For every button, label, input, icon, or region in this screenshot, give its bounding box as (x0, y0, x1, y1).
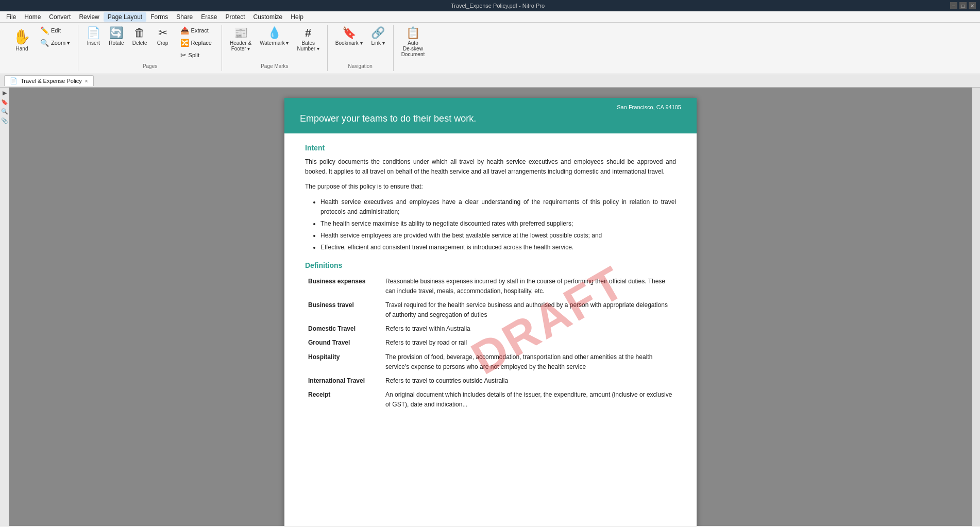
right-scrollbar-panel[interactable] (972, 88, 980, 526)
rotate-icon: 🔄 (109, 27, 123, 39)
page-marks-group-label: Page Marks (261, 61, 288, 69)
split-button[interactable]: ✂ Split (177, 49, 215, 61)
menu-protect[interactable]: Protect (222, 12, 249, 22)
menu-review[interactable]: Review (75, 12, 103, 22)
maximize-button[interactable]: □ (959, 2, 967, 9)
hand-button[interactable]: ✋ Hand (8, 25, 36, 55)
replace-icon: 🔀 (180, 39, 189, 47)
delete-button[interactable]: 🗑 Delete (129, 25, 151, 48)
link-icon: 🔗 (371, 27, 385, 39)
sidebar-icon-3[interactable]: 🔍 (1, 108, 8, 115)
def-def-0: Reasonable business expenses incurred by… (382, 275, 676, 298)
menu-convert[interactable]: Convert (45, 12, 75, 22)
zoom-button[interactable]: 🔍 Zoom ▾ (37, 37, 74, 48)
definitions-title: Definitions (305, 261, 676, 269)
watermark-button[interactable]: 💧 Watermark ▾ (256, 25, 292, 48)
document-area[interactable]: DRAFT San Francisco, CA 94105 Empower yo… (9, 88, 972, 526)
definition-row-3: Ground Travel Refers to travel by road o… (305, 336, 676, 350)
intent-bullets: Health service executives and employees … (305, 197, 676, 253)
auto-deskew-button[interactable]: 📋 AutoDe-skewDocument (398, 25, 429, 60)
insert-button[interactable]: 📄 Insert (82, 25, 104, 48)
crop-icon: ✂ (158, 27, 167, 39)
menu-page-layout[interactable]: Page Layout (104, 12, 146, 22)
menu-share[interactable]: Share (172, 12, 197, 22)
header-footer-button[interactable]: 📰 Header &Footer ▾ (226, 25, 255, 54)
close-button[interactable]: ✕ (969, 2, 976, 9)
definitions-section: Definitions Business expenses Reasonable… (305, 261, 676, 412)
definition-row-2: Domestic Travel Refers to travel within … (305, 322, 676, 336)
insert-icon: 📄 (87, 27, 100, 39)
bookmark-button[interactable]: 🔖 Bookmark ▾ (332, 25, 366, 48)
hand-icon: ✋ (13, 28, 31, 45)
ribbon-group-navigation: 🔖 Bookmark ▾ 🔗 Link ▾ Navigation (328, 25, 394, 71)
menu-home[interactable]: Home (20, 12, 45, 22)
definition-row-4: Hospitality The provision of food, bever… (305, 350, 676, 374)
sidebar-icon-2[interactable]: 🔖 (1, 99, 8, 106)
auto-deskew-icon: 📋 (406, 27, 420, 39)
tab-close-button[interactable]: × (85, 78, 88, 84)
replace-button[interactable]: 🔀 Replace (177, 37, 215, 48)
bates-number-button[interactable]: # BatesNumber ▾ (293, 25, 323, 54)
navigation-group-label: Navigation (348, 61, 373, 69)
header-footer-icon: 📰 (234, 27, 248, 39)
definitions-table: Business expenses Reasonable business ex… (305, 275, 676, 412)
menu-file[interactable]: File (2, 12, 20, 22)
window-controls[interactable]: − □ ✕ (950, 2, 976, 9)
definition-row-6: Receipt An original document which inclu… (305, 388, 676, 412)
sidebar-icon-1[interactable]: ▶ (1, 90, 8, 97)
ribbon-auto-doc-buttons: 📋 AutoDe-skewDocument (398, 25, 429, 67)
page-content: Intent This policy documents the conditi… (284, 133, 697, 422)
def-term-5: International Travel (305, 374, 382, 388)
tab-label: Travel & Expense Policy (21, 78, 82, 84)
edit-icon: ✏️ (40, 26, 49, 35)
link-button[interactable]: 🔗 Link ▾ (367, 25, 389, 48)
def-def-3: Refers to travel by road or rail (382, 336, 676, 350)
bullet-1: Health service executives and employees … (320, 197, 676, 217)
document-tab[interactable]: 📄 Travel & Expense Policy × (4, 75, 94, 86)
sidebar-icon-4[interactable]: 📎 (1, 117, 8, 125)
def-term-1: Business travel (305, 298, 382, 322)
rotate-button[interactable]: 🔄 Rotate (105, 25, 127, 48)
pdf-page: DRAFT San Francisco, CA 94105 Empower yo… (284, 98, 697, 526)
menu-bar: File Home Convert Review Page Layout For… (0, 11, 980, 23)
left-sidebar: ▶ 🔖 🔍 📎 (0, 88, 9, 526)
ribbon-group-pages: 📄 Insert 🔄 Rotate 🗑 Delete ✂ Crop (78, 25, 222, 71)
header-top: San Francisco, CA 94105 (300, 104, 681, 110)
menu-help[interactable]: Help (286, 12, 308, 22)
minimize-button[interactable]: − (950, 2, 957, 9)
ribbon-group-page-marks: 📰 Header &Footer ▾ 💧 Watermark ▾ # Bates… (222, 25, 328, 71)
ribbon-tools-buttons: ✋ Hand ✏️ Edit 🔍 Zoom ▾ (8, 25, 74, 69)
bookmark-icon: 🔖 (342, 27, 356, 39)
def-def-2: Refers to travel within Australia (382, 322, 676, 336)
edit-button[interactable]: ✏️ Edit (37, 25, 74, 36)
def-def-5: Refers to travel to countries outside Au… (382, 374, 676, 388)
definition-row-1: Business travel Travel required for the … (305, 298, 676, 322)
extract-icon: 📤 (180, 26, 189, 35)
definition-row-0: Business expenses Reasonable business ex… (305, 275, 676, 298)
menu-forms[interactable]: Forms (146, 12, 172, 22)
watermark-icon: 💧 (267, 27, 281, 39)
extract-button[interactable]: 📤 Extract (177, 25, 215, 36)
menu-erase[interactable]: Erase (197, 12, 221, 22)
def-term-3: Ground Travel (305, 336, 382, 350)
tab-bar: 📄 Travel & Expense Policy × (0, 74, 980, 88)
tab-pdf-icon: 📄 (10, 77, 18, 84)
bullet-4: Effective, efficient and consistent trav… (320, 243, 676, 252)
def-term-0: Business expenses (305, 275, 382, 298)
split-icon: ✂ (180, 51, 187, 59)
window-title: Travel_Expense Policy.pdf - Nitro Pro (45, 3, 950, 9)
pages-group-label: Pages (143, 61, 157, 69)
def-def-4: The provision of food, beverage, accommo… (382, 350, 676, 374)
header-address: San Francisco, CA 94105 (617, 104, 681, 110)
ribbon-group-auto-doc: 📋 AutoDe-skewDocument (394, 25, 433, 71)
ribbon: ✋ Hand ✏️ Edit 🔍 Zoom ▾ (0, 23, 980, 74)
menu-customize[interactable]: Customize (249, 12, 287, 22)
ribbon-page-marks-buttons: 📰 Header &Footer ▾ 💧 Watermark ▾ # Bates… (226, 25, 323, 61)
def-def-1: Travel required for the health service b… (382, 298, 676, 322)
ribbon-navigation-buttons: 🔖 Bookmark ▾ 🔗 Link ▾ (332, 25, 389, 61)
crop-button[interactable]: ✂ Crop (152, 25, 174, 48)
bullet-2: The health service maximise its ability … (320, 219, 676, 229)
intent-paragraph-2: The purpose of this policy is to ensure … (305, 182, 676, 192)
def-term-2: Domestic Travel (305, 322, 382, 336)
intent-paragraph-1: This policy documents the conditions und… (305, 157, 676, 177)
